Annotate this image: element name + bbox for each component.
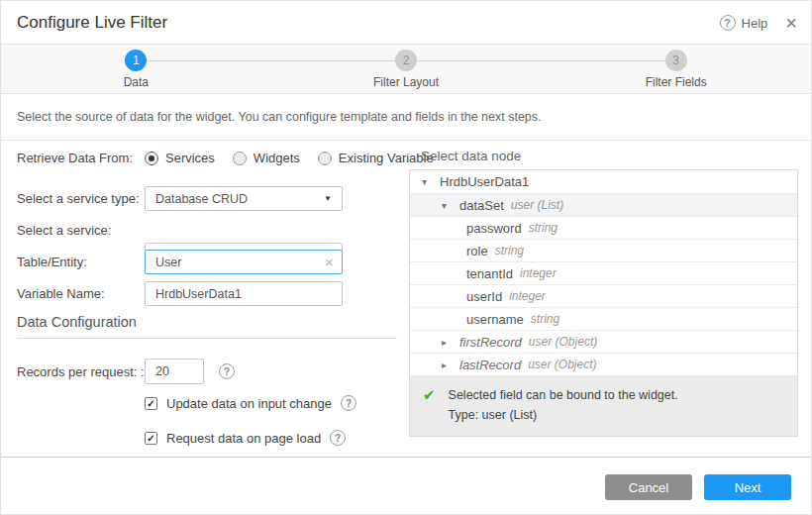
radio-label: Widgets <box>254 151 300 165</box>
tree-node-userid[interactable]: userIdinteger <box>410 284 797 307</box>
records-per-request-label: Records per request: : <box>17 364 145 379</box>
table-entity-label: Table/Entity: <box>17 255 87 269</box>
tree-node-type: user (List) <box>511 198 563 212</box>
tree-node-lastrecord[interactable]: ▸lastRecorduser (Object) <box>410 353 797 375</box>
help-button[interactable]: ? Help <box>720 15 768 31</box>
tree-node-hrdbuserdata1[interactable]: ▾HrdbUserData1 <box>410 170 797 193</box>
step-label: Filter Layout <box>373 75 439 89</box>
radio-icon <box>145 152 158 165</box>
table-entity-input[interactable] <box>145 250 343 274</box>
expander-closed-icon[interactable]: ▸ <box>442 360 459 370</box>
next-button[interactable]: Next <box>704 474 791 500</box>
tree-node-firstrecord[interactable]: ▸firstRecorduser (Object) <box>410 330 797 353</box>
variable-name-input[interactable] <box>145 281 343 306</box>
clear-input-icon[interactable]: × <box>325 254 334 270</box>
section-divider <box>17 338 397 339</box>
help-label: Help <box>742 16 768 31</box>
expander-closed-icon[interactable]: ▸ <box>442 337 459 348</box>
checkbox-label: Request data on page load <box>166 431 321 446</box>
tree-node-name: role <box>466 244 488 258</box>
tree-node-name: tenantId <box>466 266 513 281</box>
tree-node-name: firstRecord <box>459 335 522 350</box>
stepper-step-filter-fields[interactable]: 3Filter Fields <box>541 45 811 93</box>
tree-node-name: HrdbUserData1 <box>440 174 529 189</box>
checkbox-icon: ✓ <box>145 397 157 410</box>
radio-label: Services <box>165 151 215 165</box>
data-config-checkbox-group: ✓Update data on input change?✓Request da… <box>145 395 356 464</box>
data-configuration-heading: Data Configuration <box>17 314 137 330</box>
tree-node-type: user (Object) <box>528 358 596 371</box>
footer-divider <box>1 457 811 458</box>
select-data-node-heading: Select data node <box>421 149 521 163</box>
tree-node-name: dataSet <box>459 198 504 213</box>
tree-node-name: lastRecord <box>459 358 521 372</box>
checkbox-label: Update data on input change <box>166 396 332 411</box>
service-label: Select a service: <box>17 223 111 238</box>
data-node-tree: ▾HrdbUserData1▾dataSetuser (List)passwor… <box>409 169 798 437</box>
radio-label: Existing Variable <box>339 151 434 165</box>
radio-option-widgets[interactable]: Widgets <box>233 151 300 165</box>
binding-message-line2: Type: user (List) <box>449 405 678 425</box>
expander-open-icon[interactable]: ▾ <box>442 200 459 211</box>
tree-node-tenantid[interactable]: tenantIdinteger <box>410 261 797 284</box>
tree-node-dataset[interactable]: ▾dataSetuser (List) <box>410 193 797 216</box>
tree-node-type: string <box>531 312 559 326</box>
caret-down-icon: ▼ <box>324 194 332 203</box>
step-label: Filter Fields <box>646 75 707 89</box>
checkbox-help-icon[interactable]: ? <box>341 395 356 411</box>
tree-node-type: string <box>529 221 558 235</box>
service-type-value: Database CRUD <box>155 192 324 206</box>
records-per-request-input[interactable] <box>145 359 204 384</box>
radio-icon <box>318 152 332 165</box>
retrieve-data-from-radio-group: ServicesWidgetsExisting Variable <box>145 146 434 170</box>
tree-node-role[interactable]: rolestring <box>410 239 797 261</box>
dialog-header: Configure Live Filter ? Help × <box>1 1 811 45</box>
checkbox-request-data-on-page-load[interactable]: ✓Request data on page load? <box>145 430 356 446</box>
radio-icon <box>233 152 247 165</box>
step-number-badge: 1 <box>125 50 147 71</box>
cancel-button[interactable]: Cancel <box>605 474 692 500</box>
checkbox-update-data-on-input-change[interactable]: ✓Update data on input change? <box>145 395 356 411</box>
step-number-badge: 2 <box>395 50 417 71</box>
records-help-icon[interactable]: ? <box>219 363 235 379</box>
expander-open-icon[interactable]: ▾ <box>422 176 440 187</box>
tree-node-name: userId <box>466 289 502 304</box>
tree-node-type: integer <box>509 289 546 303</box>
binding-status-message: ✔ Selected field can be bound to the wid… <box>410 375 797 436</box>
tree-node-password[interactable]: passwordstring <box>410 216 797 239</box>
tree-node-username[interactable]: usernamestring <box>410 307 797 330</box>
stepper-step-data[interactable]: 1Data <box>1 45 271 93</box>
tree-node-type: integer <box>520 266 557 280</box>
checkbox-help-icon[interactable]: ? <box>330 430 346 446</box>
tree-node-name: username <box>466 312 524 327</box>
configure-live-filter-dialog: Configure Live Filter ? Help × 1Data2Fil… <box>0 0 812 515</box>
tree-node-type: string <box>495 244 524 258</box>
step-number-badge: 3 <box>665 50 687 71</box>
checkbox-icon: ✓ <box>145 432 157 445</box>
service-type-select[interactable]: Database CRUD ▼ <box>145 186 343 211</box>
success-check-icon: ✔ <box>423 385 436 425</box>
tree-node-name: password <box>466 221 522 236</box>
wizard-stepper: 1Data2Filter Layout3Filter Fields <box>1 45 811 94</box>
retrieve-data-from-label: Retrieve Data From: <box>17 151 133 165</box>
close-icon[interactable]: × <box>785 13 797 33</box>
binding-message-line1: Selected field can be bound to the widge… <box>449 385 678 405</box>
radio-option-existing-variable[interactable]: Existing Variable <box>318 151 434 165</box>
step-label: Data <box>124 75 149 89</box>
step-description: Select the source of data for the widget… <box>1 94 811 141</box>
tree-node-type: user (Object) <box>529 335 597 349</box>
stepper-step-filter-layout[interactable]: 2Filter Layout <box>271 45 542 93</box>
help-icon: ? <box>720 15 736 31</box>
radio-option-services[interactable]: Services <box>145 151 215 165</box>
page-title: Configure Live Filter <box>17 1 167 45</box>
service-type-label: Select a service type: <box>17 191 140 206</box>
variable-name-label: Variable Name: <box>17 286 105 301</box>
